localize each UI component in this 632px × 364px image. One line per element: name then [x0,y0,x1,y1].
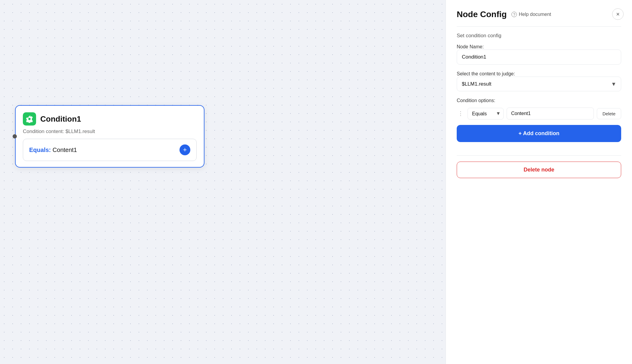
select-content-wrapper: $LLM1.result ▼ [457,77,621,91]
delete-node-button[interactable]: Delete node [457,162,621,178]
panel-title: Node Config [457,10,507,19]
connector-dot [13,134,17,138]
bottom-divider [457,155,621,156]
help-icon: ? [511,12,517,17]
node-header: Condition1 [23,112,197,126]
condition-content-value: Content1 [53,147,77,153]
select-content-label: Select the content to judge: [457,71,515,76]
header-divider [457,26,621,27]
section-title: Set condition config [457,33,621,39]
node-icon [23,112,36,126]
help-label: Help document [519,12,551,17]
node-title: Condition1 [40,114,81,124]
help-link[interactable]: ? Help document [511,12,551,17]
add-condition-button[interactable]: + Add condition [457,125,621,142]
right-panel: Node Config ? Help document × Set condit… [446,0,632,364]
gear-icon [26,115,33,123]
drag-handle-icon[interactable]: ⋮ [457,109,465,118]
equals-dropdown[interactable]: Equals [468,108,504,120]
select-content-dropdown[interactable]: $LLM1.result [457,77,621,91]
close-button[interactable]: × [612,8,624,20]
condition-text: Equals: Content1 [29,147,77,153]
condition-node: Condition1 Condition content: $LLM1.resu… [15,105,204,168]
node-name-label: Node Name: [457,44,484,49]
equals-select-wrapper: Equals ▼ [468,108,504,120]
condition-box: Equals: Content1 + [23,139,197,161]
node-subtitle: Condition content: $LLM1.result [23,129,197,135]
canvas: Condition1 Condition content: $LLM1.resu… [0,0,446,364]
condition-options-label: Condition options: [457,98,621,103]
node-name-input[interactable] [457,50,621,65]
add-condition-node-button[interactable]: + [179,144,190,155]
panel-header: Node Config ? Help document [457,10,621,19]
condition-row: ⋮ Equals ▼ Delete [457,108,621,120]
content-input[interactable] [507,108,594,120]
delete-condition-button[interactable]: Delete [597,108,621,119]
condition-equals-label: Equals: [29,147,51,153]
